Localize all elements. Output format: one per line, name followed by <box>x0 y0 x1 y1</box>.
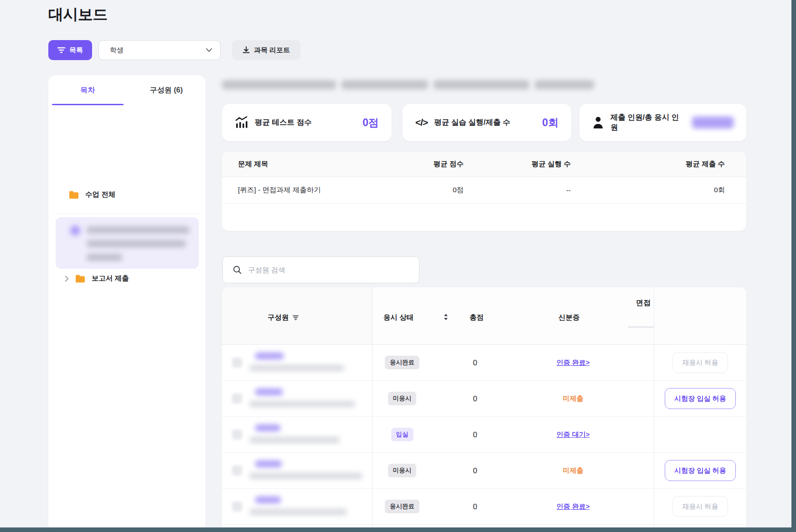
list-button[interactable]: 목록 <box>48 40 92 60</box>
members-table: 구성원 응시 상태 총점 신분증 면접 <box>222 287 746 527</box>
sidebar-item-selected-lesson[interactable] <box>56 217 199 269</box>
redacted-course-title <box>222 78 600 91</box>
row-checkbox[interactable] <box>232 358 242 368</box>
problem-avg-submits: 0회 <box>656 177 725 203</box>
chevron-right-icon <box>65 276 69 282</box>
redacted-lesson-title-line-1 <box>87 226 190 234</box>
redacted-member-email <box>249 365 344 371</box>
status-badge: 미응시 <box>388 392 417 405</box>
filter-icon <box>57 47 65 53</box>
member-search <box>222 256 419 283</box>
id-check-status: 미제출 <box>563 466 584 475</box>
col-id-check: 신분증 <box>558 313 580 322</box>
problem-title: [퀴즈] - 면접과제 제출하기 <box>238 177 321 203</box>
redacted-stat-value <box>692 117 734 128</box>
page-title: 대시보드 <box>48 5 108 25</box>
redacted-member-name <box>255 425 280 431</box>
member-row[interactable]: 미응시 0 미제출 시험장 입실 허용 <box>222 453 746 489</box>
status-badge: 미응시 <box>388 464 417 477</box>
folder-icon <box>75 274 86 283</box>
stat-label: 평균 테스트 점수 <box>255 118 312 128</box>
allow-retake-button[interactable]: 재응시 허용 <box>672 352 728 373</box>
member-row[interactable]: 응시완료 0 인증 완료> 재응시 허용 <box>222 489 746 525</box>
member-search-input[interactable] <box>248 266 409 274</box>
row-checkbox[interactable] <box>232 430 242 440</box>
redacted-member-email <box>249 473 362 479</box>
stat-card-submitters: 제출 인원/총 응시 인원 <box>579 104 746 141</box>
sidebar: 목차 구성원 (6) 수업 전체 보 <box>48 75 206 532</box>
stat-card-avg-test-score: 평균 테스트 점수 0점 <box>222 104 392 141</box>
member-row[interactable]: 입실 0 인증 대기> <box>222 417 746 453</box>
members-table-header: 구성원 응시 상태 총점 신분증 면접 <box>222 287 746 345</box>
id-check-link[interactable]: 인증 대기> <box>557 430 590 439</box>
problems-table-row[interactable]: [퀴즈] - 면접과제 제출하기 0점 -- 0회 <box>222 177 746 204</box>
stat-card-avg-run-submit: </> 평균 실습 실행/제출 수 0회 <box>403 104 571 141</box>
sidebar-item-report-submit[interactable]: 보고서 제출 <box>65 274 129 283</box>
stat-label: 평균 실습 실행/제출 수 <box>434 118 510 128</box>
search-icon <box>233 266 242 274</box>
allow-retake-button[interactable]: 재응시 허용 <box>672 496 728 517</box>
col-problem-title: 문제 제목 <box>238 152 268 177</box>
redacted-member-name <box>255 389 283 395</box>
tab-members[interactable]: 구성원 (6) <box>127 75 206 105</box>
member-row[interactable]: 미응시 0 미제출 시험장 입실 허용 <box>222 381 746 417</box>
col-status[interactable]: 응시 상태 <box>383 313 414 322</box>
member-score: 0 <box>473 430 477 439</box>
redacted-member-name <box>255 353 284 359</box>
sidebar-divider <box>56 214 198 214</box>
id-check-link[interactable]: 인증 완료> <box>557 358 590 367</box>
col-score: 총점 <box>470 313 484 322</box>
problem-avg-score: 0점 <box>395 177 464 203</box>
chart-icon <box>235 116 248 129</box>
tab-members-label: 구성원 (6) <box>150 86 183 95</box>
role-select[interactable]: 학생 <box>98 40 221 60</box>
col-avg-runs: 평균 실행 수 <box>502 152 571 177</box>
row-checkbox[interactable] <box>232 394 242 404</box>
filter-icon <box>293 315 299 320</box>
id-check-link[interactable]: 인증 완료> <box>557 502 590 511</box>
download-icon <box>243 46 250 54</box>
stat-value: 0회 <box>542 116 558 130</box>
dashboard-screen: 대시보드 목록 학생 과목 리포트 목차 구성원 (6) <box>0 0 796 532</box>
redacted-member-email <box>249 401 355 407</box>
problems-table-header: 문제 제목 평균 점수 평균 실행 수 평균 제출 수 <box>222 152 746 177</box>
subject-report-label: 과목 리포트 <box>254 46 290 55</box>
row-checkbox[interactable] <box>232 466 242 476</box>
member-score: 0 <box>473 358 477 367</box>
redacted-member-name <box>255 460 282 467</box>
sidebar-item-label: 보고서 제출 <box>92 274 129 283</box>
redacted-member-email <box>249 437 340 443</box>
problems-table: 문제 제목 평균 점수 평균 실행 수 평균 제출 수 [퀴즈] - 면접과제 … <box>222 152 746 231</box>
col-group-interview: 면접 <box>636 298 651 308</box>
code-icon: </> <box>415 117 428 128</box>
row-checkbox[interactable] <box>232 501 242 512</box>
sidebar-item-label: 수업 전체 <box>85 190 115 200</box>
redacted-bullet <box>70 225 80 235</box>
member-score: 0 <box>473 466 477 475</box>
col-avg-score: 평균 점수 <box>395 152 464 177</box>
member-score: 0 <box>473 502 477 511</box>
chevron-down-icon <box>206 48 212 52</box>
allow-entry-button[interactable]: 시험장 입실 허용 <box>665 460 735 481</box>
sort-icon[interactable] <box>444 314 448 320</box>
col-member[interactable]: 구성원 <box>268 313 299 322</box>
sidebar-tabs: 목차 구성원 (6) <box>48 75 206 105</box>
role-select-value: 학생 <box>110 46 124 55</box>
redacted-member-email <box>249 509 347 515</box>
stat-label: 제출 인원/총 응시 인원 <box>610 113 686 133</box>
tab-toc[interactable]: 목차 <box>48 75 127 105</box>
status-badge: 응시완료 <box>385 500 419 513</box>
status-badge: 응시완료 <box>385 356 419 369</box>
sidebar-item-all-classes[interactable]: 수업 전체 <box>68 190 115 200</box>
subject-report-button[interactable]: 과목 리포트 <box>232 40 300 60</box>
window-edge-right <box>791 0 796 532</box>
redacted-member-name <box>255 496 281 503</box>
col-avg-submits: 평균 제출 수 <box>656 152 725 177</box>
redacted-lesson-title-line-3 <box>87 254 122 261</box>
member-score: 0 <box>473 394 477 403</box>
problem-avg-runs: -- <box>502 177 571 203</box>
window-edge-bottom <box>0 527 796 532</box>
allow-entry-button[interactable]: 시험장 입실 허용 <box>665 388 735 409</box>
list-button-label: 목록 <box>69 46 83 55</box>
member-row[interactable]: 응시완료 0 인증 완료> 재응시 허용 <box>222 345 746 381</box>
